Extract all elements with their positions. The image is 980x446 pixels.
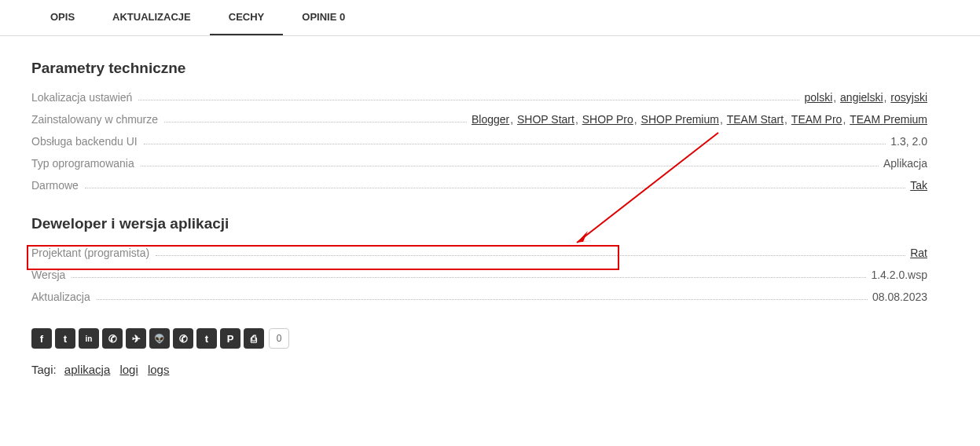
cloud-link[interactable]: SHOP Pro: [582, 113, 633, 126]
dotted-line: [85, 188, 905, 188]
row-label: Projektant (programista): [31, 247, 152, 259]
dotted-line: [141, 166, 879, 166]
row-label: Aktualizacja: [31, 291, 94, 303]
whatsapp-icon[interactable]: ✆: [102, 328, 123, 349]
tab-opis[interactable]: OPIS: [31, 0, 94, 35]
twitter-icon[interactable]: t: [55, 328, 75, 349]
row-value: Blogger, SHOP Start, SHOP Pro, SHOP Prem…: [472, 113, 927, 126]
cloud-link[interactable]: Blogger: [472, 113, 509, 126]
print-icon[interactable]: ⎙: [244, 328, 264, 349]
row-label: Obsługa backendu UI: [31, 135, 141, 148]
linkedin-icon[interactable]: in: [79, 328, 99, 349]
lang-link[interactable]: polski: [804, 91, 832, 104]
tab-opinie[interactable]: OPINIE 0: [283, 0, 364, 35]
lang-link[interactable]: angielski: [840, 91, 883, 104]
row-label: Typ oprogramowania: [31, 157, 138, 170]
row-value: Tak: [910, 179, 927, 192]
dotted-line: [164, 122, 467, 122]
viber-icon[interactable]: ✆: [173, 328, 193, 349]
cloud-link[interactable]: TEAM Pro: [791, 113, 842, 126]
cloud-link[interactable]: TEAM Premium: [850, 113, 927, 126]
dotted-line: [156, 255, 905, 256]
row-value: 1.3, 2.0: [890, 135, 927, 148]
row-designer: Projektant (programista) Rat: [31, 245, 927, 261]
cloud-link[interactable]: SHOP Premium: [641, 113, 719, 126]
developer-title: Deweloper i wersja aplikacji: [31, 215, 927, 232]
row-value: 1.4.2.0.wsp: [871, 269, 927, 281]
dotted-line: [97, 299, 868, 300]
tech-params-title: Parametry techniczne: [31, 60, 927, 77]
designer-link[interactable]: Rat: [910, 247, 927, 259]
row-value: Aplikacja: [883, 157, 927, 170]
row-cloud: Zainstalowany w chmurze Blogger, SHOP St…: [31, 112, 927, 127]
tab-aktualizacje[interactable]: AKTUALIZACJE: [94, 0, 210, 35]
row-software-type: Typ oprogramowania Aplikacja: [31, 155, 927, 171]
row-label: Wersja: [31, 269, 68, 281]
svg-marker-1: [577, 231, 593, 243]
row-label: Zainstalowany w chmurze: [31, 113, 161, 126]
tech-params-section: Parametry techniczne Lokalizacja ustawie…: [31, 60, 927, 193]
row-value: Rat: [910, 247, 927, 259]
lang-link[interactable]: rosyjski: [890, 91, 927, 104]
row-value: polski, angielski, rosyjski: [804, 91, 927, 104]
dotted-line: [144, 144, 886, 144]
row-label: Lokalizacja ustawień: [31, 91, 135, 104]
tags-label: Tagi:: [31, 363, 57, 376]
pinterest-icon[interactable]: P: [220, 328, 240, 349]
row-localization: Lokalizacja ustawień polski, angielski, …: [31, 90, 927, 105]
row-update: Aktualizacja 08.08.2023: [31, 289, 927, 305]
facebook-icon[interactable]: f: [31, 328, 52, 349]
tag-link[interactable]: logs: [148, 363, 170, 376]
telegram-icon[interactable]: ✈: [126, 328, 146, 349]
tabs-bar: OPIS AKTUALIZACJE CECHY OPINIE 0: [0, 0, 980, 36]
row-label: Darmowe: [31, 179, 82, 192]
row-value: 08.08.2023: [872, 291, 927, 303]
tumblr-icon[interactable]: t: [196, 328, 217, 349]
row-backend: Obsługa backendu UI 1.3, 2.0: [31, 133, 927, 149]
row-version: Wersja 1.4.2.0.wsp: [31, 267, 927, 283]
cloud-link[interactable]: SHOP Start: [517, 113, 574, 126]
share-count: 0: [269, 328, 289, 349]
dotted-line: [138, 100, 799, 101]
row-free: Darmowe Tak: [31, 177, 927, 193]
dotted-line: [72, 277, 866, 278]
cloud-link[interactable]: TEAM Start: [727, 113, 784, 126]
share-bar: f t in ✆ ✈ 👽 ✆ t P ⎙ 0: [31, 328, 927, 349]
tag-link[interactable]: aplikacja: [64, 363, 110, 376]
tab-cechy[interactable]: CECHY: [210, 0, 284, 35]
content-area: Parametry techniczne Lokalizacja ustawie…: [0, 36, 959, 400]
reddit-icon[interactable]: 👽: [149, 328, 170, 349]
tag-link[interactable]: logi: [119, 363, 138, 376]
developer-section: Deweloper i wersja aplikacji Projektant …: [31, 215, 927, 305]
free-link[interactable]: Tak: [910, 179, 927, 192]
tags-line: Tagi: aplikacja logi logs: [31, 363, 927, 376]
